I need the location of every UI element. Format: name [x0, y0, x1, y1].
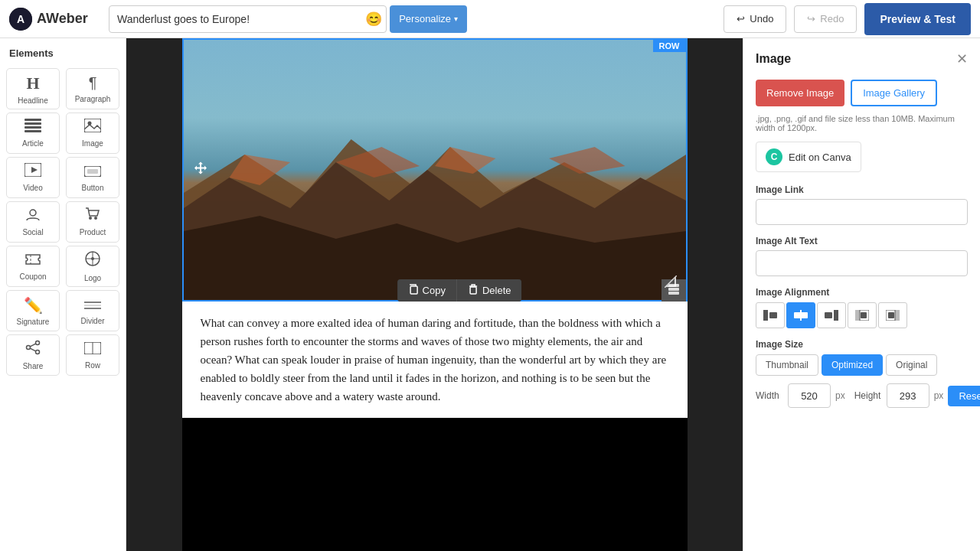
undo-button[interactable]: ↩ Undo	[724, 5, 786, 33]
sidebar-item-headline[interactable]: H Headline	[6, 68, 60, 109]
width-input[interactable]	[788, 383, 831, 408]
svg-rect-48	[855, 310, 860, 321]
sidebar-item-social[interactable]: Social	[6, 201, 60, 243]
width-unit: px	[835, 390, 845, 401]
sidebar-item-video[interactable]: Video	[6, 157, 60, 198]
image-block[interactable]: ROW	[182, 38, 688, 302]
svg-rect-43	[769, 312, 777, 318]
email-image	[184, 40, 686, 300]
right-panel: Image ✕ Remove Image Image Gallery .jpg,…	[743, 38, 980, 551]
button-icon	[84, 163, 101, 181]
svg-point-12	[30, 210, 36, 216]
social-icon	[24, 207, 41, 225]
paragraph-icon: ¶	[89, 74, 97, 92]
element-row-3: Video Button	[6, 157, 119, 198]
image-link-input[interactable]	[756, 199, 968, 225]
reset-button[interactable]: Reset	[948, 386, 980, 406]
sidebar-item-share[interactable]: Share	[6, 334, 60, 376]
sidebar-item-row[interactable]: Row	[66, 334, 119, 376]
svg-rect-38	[470, 287, 476, 294]
size-optimized-button[interactable]: Optimized	[822, 354, 883, 376]
image-action-buttons: Remove Image Image Gallery	[756, 80, 968, 106]
svg-point-19	[91, 257, 94, 260]
divider-label: Divider	[80, 317, 104, 325]
svg-line-26	[30, 344, 35, 347]
sidebar-item-product[interactable]: Product	[66, 201, 119, 243]
svg-rect-37	[410, 286, 417, 294]
canva-button[interactable]: C Edit on Canva	[756, 142, 861, 172]
close-panel-button[interactable]: ✕	[956, 51, 968, 67]
svg-rect-2	[24, 119, 41, 121]
sidebar-item-signature[interactable]: ✏️ Signature	[6, 290, 60, 331]
svg-rect-4	[24, 126, 41, 129]
delete-icon	[468, 284, 479, 297]
element-row-4: Social Product	[6, 201, 119, 243]
body-text: What can convey a more exalted idea of h…	[201, 314, 669, 406]
alignment-section: Image Alignment	[756, 287, 968, 328]
video-icon	[24, 163, 41, 181]
article-label: Article	[22, 139, 44, 148]
element-row-2: Article Image	[6, 112, 119, 154]
svg-point-14	[94, 217, 97, 220]
sidebar-item-button[interactable]: Button	[66, 157, 119, 198]
svg-rect-42	[763, 310, 768, 321]
image-link-label: Image Link	[756, 184, 968, 195]
logo: A AWeber	[9, 8, 101, 31]
preview-test-button[interactable]: Preview & Test	[864, 3, 971, 35]
svg-rect-50	[861, 312, 867, 318]
align-left-inner-button[interactable]	[848, 302, 877, 328]
canva-label: Edit on Canva	[789, 152, 851, 163]
sidebar-item-image[interactable]: Image	[66, 112, 119, 154]
svg-rect-41	[668, 292, 679, 295]
coupon-label: Coupon	[19, 272, 46, 281]
image-gallery-button[interactable]: Image Gallery	[851, 80, 937, 106]
paragraph-label: Paragraph	[75, 95, 111, 103]
sidebar-item-coupon[interactable]: Coupon	[6, 246, 60, 287]
topbar: A AWeber 😊 Personalize ▾ ↩ Undo ↪ Redo P…	[0, 0, 980, 38]
move-handle[interactable]	[193, 161, 208, 180]
svg-point-25	[36, 350, 40, 354]
align-center-button[interactable]	[786, 302, 815, 328]
sidebar-item-divider[interactable]: Divider	[66, 290, 119, 331]
image-alt-input[interactable]	[756, 250, 968, 276]
emoji-button[interactable]: 😊	[365, 11, 382, 28]
sidebar-item-logo[interactable]: Logo	[66, 246, 119, 287]
size-thumbnail-button[interactable]: Thumbnail	[756, 354, 818, 376]
row-badge: ROW	[653, 40, 686, 52]
row-icon	[84, 341, 101, 358]
personalize-button[interactable]: Personalize ▾	[390, 5, 467, 33]
size-buttons: Thumbnail Optimized Original	[756, 354, 968, 376]
redo-button[interactable]: ↪ Redo	[794, 5, 857, 33]
panel-header: Image ✕	[756, 51, 968, 67]
align-right-inner-button[interactable]	[878, 302, 907, 328]
logo-label: Logo	[84, 274, 101, 282]
article-icon	[24, 119, 41, 136]
size-original-button[interactable]: Original	[886, 354, 937, 376]
svg-line-27	[30, 348, 35, 351]
align-right-outer-button[interactable]	[817, 302, 846, 328]
undo-icon: ↩	[737, 13, 745, 24]
subject-input[interactable]	[109, 5, 387, 33]
delete-button[interactable]: Delete	[457, 279, 522, 302]
size-label: Image Size	[756, 339, 968, 350]
sidebar-item-article[interactable]: Article	[6, 112, 60, 154]
width-label: Width	[756, 390, 783, 401]
logo-icon-elem	[84, 250, 101, 271]
file-hint: .jpg, .png, .gif and file size less than…	[756, 114, 968, 132]
text-block: What can convey a more exalted idea of h…	[182, 302, 688, 418]
height-unit: px	[934, 390, 944, 401]
sidebar: Elements H Headline ¶ Paragraph Article	[0, 38, 126, 551]
svg-point-24	[27, 346, 31, 350]
canva-icon: C	[766, 148, 782, 165]
sidebar-title: Elements	[6, 47, 119, 59]
copy-button[interactable]: Copy	[397, 279, 457, 302]
height-label: Height	[854, 390, 882, 401]
height-input[interactable]	[887, 383, 929, 408]
resize-handle[interactable]	[665, 276, 677, 291]
sidebar-item-paragraph[interactable]: ¶ Paragraph	[66, 68, 119, 109]
align-left-outer-button[interactable]	[756, 302, 785, 328]
social-label: Social	[22, 228, 43, 236]
image-icon	[84, 119, 101, 136]
row-label: Row	[85, 361, 100, 370]
remove-image-button[interactable]: Remove Image	[756, 80, 844, 106]
